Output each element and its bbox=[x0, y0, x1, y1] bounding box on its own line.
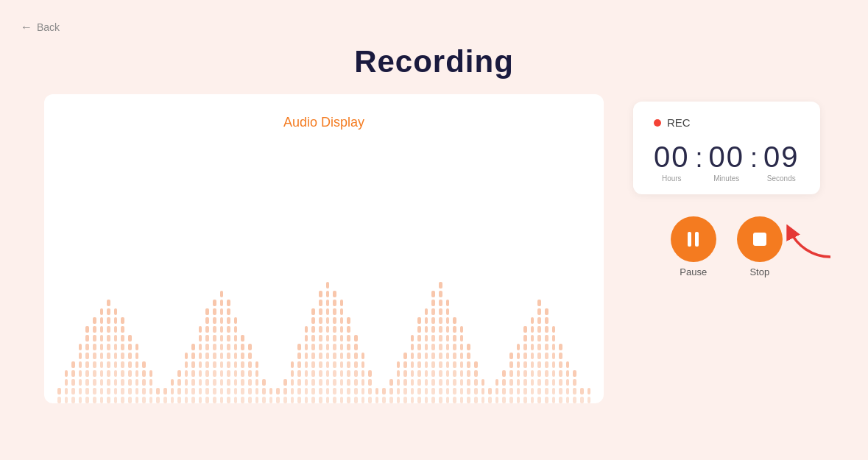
waveform-bar bbox=[566, 361, 570, 403]
waveform-bar bbox=[269, 388, 273, 403]
waveform-bar bbox=[431, 291, 435, 403]
pause-label: Pause bbox=[680, 266, 707, 277]
waveform-bar bbox=[509, 353, 513, 403]
waveform-bar bbox=[481, 379, 485, 403]
waveform-bar bbox=[467, 344, 470, 403]
waveform-bar bbox=[93, 317, 96, 403]
waveform-bar bbox=[199, 326, 202, 403]
waveform-bar bbox=[474, 361, 478, 403]
waveform-bar bbox=[227, 300, 230, 403]
audio-display-card: Audio Display bbox=[44, 94, 604, 403]
rec-label: REC bbox=[667, 116, 691, 129]
waveform-bar bbox=[114, 308, 118, 403]
waveform-bar bbox=[241, 335, 244, 403]
waveform-bar bbox=[205, 308, 209, 403]
waveform-bar bbox=[220, 291, 224, 403]
audio-display-label: Audio Display bbox=[44, 115, 604, 130]
waveform-bar bbox=[171, 379, 174, 403]
back-label: Back bbox=[37, 21, 60, 33]
waveform-bar bbox=[347, 317, 350, 403]
pause-bar-2 bbox=[695, 232, 699, 247]
hours-label: Hours bbox=[662, 174, 682, 183]
waveform-bar bbox=[191, 344, 195, 403]
waveform-bar bbox=[340, 300, 344, 403]
waveform-bar bbox=[156, 388, 160, 403]
waveform-bar bbox=[57, 388, 61, 403]
waveform-bar bbox=[588, 388, 591, 403]
waveform-bar bbox=[163, 388, 167, 403]
arrow-indicator bbox=[783, 224, 834, 264]
waveform-bar bbox=[311, 308, 315, 403]
waveform-bar bbox=[319, 291, 322, 403]
seconds-label: Seconds bbox=[767, 174, 796, 183]
waveform-bar bbox=[121, 317, 124, 403]
waveform-bar bbox=[389, 379, 393, 403]
waveform-bar bbox=[255, 361, 259, 403]
waveform-bar bbox=[79, 344, 82, 403]
waveform-bar bbox=[488, 388, 492, 403]
waveform-bar bbox=[142, 361, 146, 403]
waveform-bar bbox=[213, 300, 216, 403]
waveform-bar bbox=[291, 361, 294, 403]
waveform-bar bbox=[559, 344, 562, 403]
waveform-bar bbox=[297, 344, 301, 403]
waveform-bar bbox=[453, 317, 456, 403]
waveform-bar bbox=[65, 370, 68, 403]
timer-hours: 00 bbox=[654, 141, 690, 173]
waveform-bar bbox=[375, 388, 379, 403]
waveform-bar bbox=[354, 335, 358, 403]
waveform-bar bbox=[283, 379, 287, 403]
back-button[interactable]: ← Back bbox=[21, 21, 60, 34]
waveform-bar bbox=[128, 335, 132, 403]
waveform-bar bbox=[502, 370, 506, 403]
colon-1: : bbox=[696, 145, 703, 171]
right-panel: REC 00 Hours : 00 Minutes : 09 Seconds bbox=[633, 102, 820, 277]
waveform-bar bbox=[397, 361, 401, 403]
waveform-bar bbox=[382, 388, 386, 403]
waveform-bar bbox=[417, 317, 421, 403]
waveform-area bbox=[44, 212, 604, 403]
waveform-bar bbox=[523, 326, 527, 403]
waveform-bar bbox=[107, 300, 110, 403]
waveform-bar bbox=[411, 335, 414, 403]
waveform-bar bbox=[495, 379, 499, 403]
stop-button[interactable] bbox=[737, 216, 783, 262]
waveform-bar bbox=[580, 388, 584, 403]
waveform-bar bbox=[425, 308, 428, 403]
waveform-bar bbox=[185, 353, 188, 403]
timer-minutes: 00 bbox=[709, 141, 745, 173]
waveform-bar bbox=[71, 361, 75, 403]
waveform-bar bbox=[333, 291, 336, 403]
waveform-bar bbox=[85, 326, 89, 403]
pause-bar-1 bbox=[688, 232, 691, 247]
waveform-bar bbox=[531, 317, 534, 403]
waveform-bar bbox=[552, 326, 556, 403]
minutes-label: Minutes bbox=[713, 174, 739, 183]
waveform-bar bbox=[439, 282, 442, 403]
waveform-bar bbox=[276, 388, 280, 403]
waveform-bar bbox=[135, 344, 139, 403]
waveform-bar bbox=[100, 308, 104, 403]
controls-area: Pause Stop bbox=[633, 216, 820, 277]
waveform-bar bbox=[149, 370, 153, 403]
waveform-bar bbox=[545, 308, 548, 403]
waveform-bar bbox=[262, 379, 266, 403]
waveform-bar bbox=[234, 317, 238, 403]
waveform-bar bbox=[446, 300, 450, 403]
waveform-bar bbox=[361, 353, 365, 403]
stop-label: Stop bbox=[749, 266, 769, 277]
waveform-bar bbox=[326, 282, 330, 403]
waveform-bar bbox=[460, 326, 464, 403]
waveform-bar bbox=[573, 370, 576, 403]
waveform-bar bbox=[403, 353, 407, 403]
waveform-bar bbox=[305, 326, 308, 403]
waveform-bar bbox=[248, 344, 252, 403]
rec-card: REC 00 Hours : 00 Minutes : 09 Seconds bbox=[633, 102, 820, 194]
rec-dot bbox=[654, 119, 661, 127]
stop-icon bbox=[753, 233, 766, 246]
waveform-bar bbox=[177, 370, 181, 403]
pause-button[interactable] bbox=[671, 216, 716, 262]
back-arrow-icon: ← bbox=[21, 21, 32, 34]
waveform-bar bbox=[537, 300, 541, 403]
waveform-bar bbox=[517, 344, 521, 403]
